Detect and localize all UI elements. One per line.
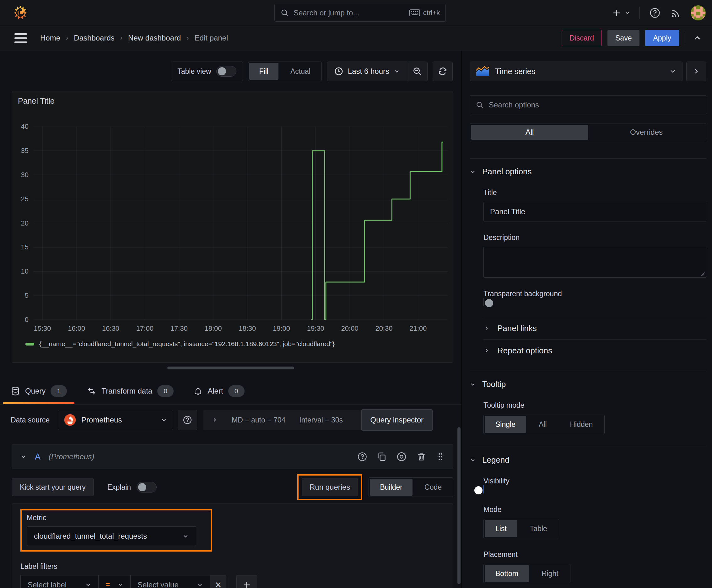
query-help-icon[interactable]: [357, 452, 367, 462]
tooltip-mode-single[interactable]: Single: [485, 416, 526, 433]
grafana-logo-icon[interactable]: [13, 5, 28, 20]
remove-filter-button[interactable]: ✕: [210, 575, 226, 588]
news-rss-icon[interactable]: [670, 7, 681, 19]
tab-alert[interactable]: Alert 0: [194, 378, 244, 404]
query-options-bar[interactable]: MD = auto = 704 Interval = 30s Query ins…: [203, 410, 429, 430]
chevron-down-icon: [182, 533, 189, 540]
time-range-picker[interactable]: Last 6 hours: [327, 67, 407, 76]
resize-handle-icon[interactable]: [700, 271, 705, 276]
builder-option[interactable]: Builder: [370, 479, 412, 496]
query-inspector-button[interactable]: Query inspector: [361, 409, 433, 430]
panel-edit-actions: Discard Save Apply: [562, 30, 702, 46]
options-search-input[interactable]: Search options: [470, 96, 706, 114]
panel-title-input[interactable]: [483, 202, 706, 222]
discard-button[interactable]: Discard: [562, 30, 602, 46]
time-series-chart[interactable]: [33, 127, 448, 320]
time-series-panel[interactable]: Panel Title 0510152025303540 15:3016:001…: [12, 91, 453, 363]
panel-options-header[interactable]: Panel options: [470, 167, 706, 176]
chevron-down-icon: [118, 582, 123, 588]
x-tick-label: 16:30: [102, 324, 119, 333]
refresh-button[interactable]: [433, 62, 453, 81]
collapse-options-icon[interactable]: [693, 33, 702, 43]
explain-toggle[interactable]: [136, 482, 157, 492]
code-option[interactable]: Code: [414, 479, 452, 496]
fill-option[interactable]: Fill: [249, 63, 278, 80]
duplicate-query-icon[interactable]: [377, 452, 387, 462]
visualization-picker[interactable]: Time series: [470, 62, 683, 81]
panel-links-label: Panel links: [497, 323, 537, 333]
left-pane-scrollbar[interactable]: [457, 427, 460, 584]
table-view-control: Table view: [171, 62, 243, 81]
tab-transform-data[interactable]: Transform data 0: [87, 378, 174, 404]
panel-options-sidebar: Time series Search options All Overrides…: [461, 51, 712, 588]
select-label-placeholder: Select label: [28, 581, 77, 588]
collapse-query-icon[interactable]: [20, 453, 27, 460]
legend-placement-right[interactable]: Right: [531, 565, 569, 582]
chart-legend[interactable]: {__name__="cloudflared_tunnel_total_requ…: [25, 340, 335, 348]
x-tick-label: 17:30: [170, 324, 188, 333]
operator-dropdown[interactable]: =: [98, 575, 130, 588]
query-editor-card: A (Prometheus) Kick start your query Exp…: [12, 444, 453, 588]
legend-visibility-toggle[interactable]: [483, 485, 484, 493]
tab-transform-label: Transform data: [102, 387, 152, 396]
plot-svg: [33, 127, 448, 320]
menu-toggle-icon[interactable]: [15, 33, 27, 43]
datasource-help-button[interactable]: [178, 410, 197, 430]
tooltip-mode-all[interactable]: All: [528, 416, 558, 433]
user-avatar[interactable]: [691, 5, 706, 20]
new-button[interactable]: [612, 8, 630, 18]
viz-suggestions-button[interactable]: [686, 62, 706, 81]
tab-overrides[interactable]: Overrides: [588, 125, 705, 140]
chevron-down-icon: [85, 582, 91, 588]
datasource-name: Prometheus: [81, 416, 155, 424]
datasource-picker[interactable]: Prometheus: [58, 410, 173, 430]
legend-mode-table[interactable]: Table: [519, 520, 558, 537]
y-tick-label: 10: [12, 267, 28, 275]
save-button[interactable]: Save: [607, 30, 640, 46]
transform-icon: [87, 386, 96, 396]
help-icon[interactable]: [649, 7, 661, 19]
toggle-visibility-icon[interactable]: [396, 451, 407, 462]
label-filter-row: Select label = Select value ✕: [20, 575, 445, 588]
max-data-points-stat: MD = auto = 704: [232, 416, 285, 424]
select-value-placeholder: Select value: [137, 581, 189, 588]
clock-icon: [334, 67, 343, 76]
time-series-viz-icon: [476, 66, 490, 77]
panel-links-row[interactable]: Panel links: [483, 317, 706, 339]
breadcrumb-home[interactable]: Home: [40, 34, 60, 42]
y-tick-label: 5: [12, 292, 28, 300]
tab-query[interactable]: Query 1: [11, 378, 67, 404]
breadcrumb-dashboards[interactable]: Dashboards: [74, 34, 114, 42]
drag-query-icon[interactable]: [436, 452, 445, 462]
zoom-out-button[interactable]: [407, 62, 427, 81]
transparent-bg-toggle[interactable]: [483, 298, 484, 306]
y-tick-label: 30: [12, 171, 28, 179]
metric-select[interactable]: cloudflared_tunnel_total_requests: [27, 526, 196, 546]
time-range-group: Last 6 hours: [327, 62, 428, 81]
global-search-input[interactable]: Search or jump to... ctrl+k: [274, 4, 446, 22]
select-label-dropdown[interactable]: Select label: [20, 575, 98, 588]
tab-all[interactable]: All: [471, 125, 588, 140]
repeat-options-row[interactable]: Repeat options: [483, 339, 706, 361]
tooltip-header[interactable]: Tooltip: [470, 379, 706, 389]
delete-query-icon[interactable]: [416, 452, 426, 462]
apply-button[interactable]: Apply: [645, 30, 679, 46]
actual-option[interactable]: Actual: [280, 63, 321, 80]
options-search-placeholder: Search options: [489, 101, 539, 109]
select-value-dropdown[interactable]: Select value: [130, 575, 210, 588]
query-row-header[interactable]: A (Prometheus): [12, 444, 453, 469]
chevron-down-icon: [669, 67, 676, 75]
breadcrumb: Home › Dashboards › New dashboard › Edit…: [40, 34, 228, 42]
legend-mode-list[interactable]: List: [485, 520, 517, 537]
legend-placement-bottom[interactable]: Bottom: [485, 565, 529, 582]
pane-resize-handle[interactable]: [167, 366, 294, 370]
breadcrumb-new-dashboard[interactable]: New dashboard: [128, 34, 181, 42]
legend-header[interactable]: Legend: [470, 455, 706, 465]
table-view-toggle[interactable]: [216, 66, 236, 77]
add-filter-button[interactable]: [236, 575, 257, 588]
tooltip-mode-hidden[interactable]: Hidden: [559, 416, 604, 433]
kick-start-query-button[interactable]: Kick start your query: [12, 478, 93, 496]
run-queries-button[interactable]: Run queries: [302, 478, 358, 496]
description-textarea[interactable]: [483, 247, 706, 278]
legend-mode-group: List Table: [483, 519, 559, 538]
